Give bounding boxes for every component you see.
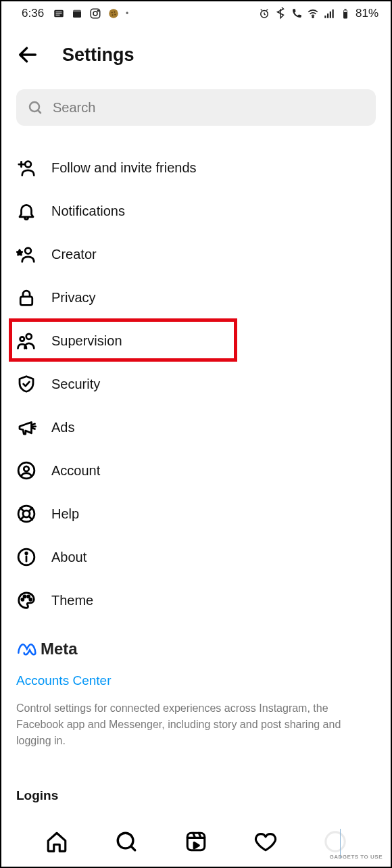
menu-label: Creator (51, 247, 97, 262)
menu-label: Help (51, 506, 79, 522)
bell-icon (16, 201, 36, 221)
svg-point-7 (112, 12, 113, 14)
watermark: GADGETS TO USE (330, 854, 383, 860)
meta-description: Control settings for connected experienc… (16, 700, 376, 749)
svg-point-5 (97, 10, 99, 11)
svg-point-22 (25, 248, 31, 254)
bluetooth-icon (274, 7, 287, 20)
svg-rect-2 (73, 10, 81, 12)
status-right: 81% (258, 7, 378, 20)
svg-point-32 (22, 598, 24, 600)
shield-icon (16, 374, 36, 394)
people-icon (16, 331, 36, 351)
menu-item-security[interactable]: Security (16, 362, 376, 406)
menu-item-ads[interactable]: Ads (16, 406, 376, 449)
svg-point-12 (312, 16, 314, 18)
svg-point-9 (112, 14, 114, 16)
svg-point-35 (30, 598, 32, 600)
lock-icon (16, 287, 36, 308)
accounts-center-link[interactable]: Accounts Center (16, 673, 376, 688)
battery-text: 81% (356, 7, 378, 20)
menu-item-theme[interactable]: Theme (16, 579, 376, 622)
svg-point-34 (28, 596, 30, 598)
menu-label: Security (51, 377, 100, 392)
svg-point-6 (109, 9, 118, 18)
status-time: 6:36 (22, 7, 44, 20)
megaphone-icon (16, 417, 36, 437)
palette-icon (16, 590, 36, 610)
menu-label: Theme (51, 593, 93, 608)
lifebuoy-icon (16, 504, 36, 524)
svg-point-31 (26, 552, 28, 554)
search-icon (27, 99, 43, 116)
svg-point-4 (93, 11, 97, 16)
nav-reels-icon[interactable] (185, 830, 207, 853)
menu-item-help[interactable]: Help (16, 492, 376, 535)
svg-rect-19 (344, 11, 347, 12)
page-title: Settings (62, 45, 134, 66)
meta-brand: Meta (41, 640, 78, 658)
alarm-icon (258, 7, 270, 20)
menu-item-about[interactable]: About (16, 535, 376, 579)
menu-item-account[interactable]: Account (16, 449, 376, 492)
svg-rect-13 (324, 16, 326, 18)
svg-rect-23 (20, 297, 32, 306)
svg-rect-16 (332, 9, 333, 18)
meta-icon (16, 642, 36, 656)
svg-point-33 (24, 596, 26, 598)
menu-label: Notifications (51, 203, 125, 219)
logins-heading: Logins (16, 788, 376, 803)
menu-item-follow-invite[interactable]: Follow and invite friends (16, 146, 376, 189)
settings-menu: Follow and invite friends Notifications … (1, 146, 391, 622)
svg-point-8 (114, 11, 116, 13)
menu-item-creator[interactable]: Creator (16, 233, 376, 276)
calendar-icon (71, 7, 83, 20)
menu-item-supervision[interactable]: Supervision (16, 319, 376, 362)
dot-icon: • (126, 9, 128, 18)
svg-rect-18 (344, 9, 346, 10)
menu-item-notifications[interactable]: Notifications (16, 189, 376, 233)
signal-icon (323, 7, 335, 20)
cookie-icon (107, 7, 120, 20)
wifi-icon (307, 7, 319, 20)
nav-search-icon[interactable] (115, 830, 138, 853)
search-bar[interactable] (16, 89, 376, 126)
info-icon (16, 547, 36, 567)
svg-point-24 (26, 334, 32, 339)
svg-point-10 (114, 14, 116, 16)
nav-home-icon[interactable] (45, 830, 68, 853)
back-arrow-icon[interactable] (16, 43, 39, 66)
star-person-icon (16, 244, 36, 264)
status-left: 6:36 • (22, 7, 128, 20)
svg-point-25 (20, 337, 24, 341)
header: Settings (1, 23, 391, 82)
menu-label: Follow and invite friends (51, 160, 197, 176)
svg-point-27 (24, 466, 29, 472)
menu-label: Supervision (51, 333, 122, 349)
svg-rect-15 (330, 11, 331, 18)
svg-point-21 (25, 162, 31, 168)
svg-point-38 (326, 832, 345, 851)
menu-item-privacy[interactable]: Privacy (16, 276, 376, 319)
battery-icon (339, 7, 351, 20)
menu-label: Privacy (51, 290, 96, 306)
search-input[interactable] (53, 100, 365, 116)
menu-label: About (51, 550, 87, 565)
call-icon (291, 7, 303, 20)
svg-rect-14 (327, 14, 328, 18)
message-icon (53, 7, 65, 20)
menu-label: Ads (51, 420, 74, 435)
status-bar: 6:36 • 81% (1, 1, 391, 23)
person-plus-icon (16, 158, 36, 178)
nav-activity-icon[interactable] (254, 830, 277, 853)
meta-logo: Meta (16, 640, 376, 658)
nav-profile-icon[interactable] (324, 830, 347, 853)
account-icon (16, 460, 36, 481)
instagram-icon (89, 7, 101, 20)
meta-section: Meta Accounts Center Control settings fo… (1, 622, 391, 803)
menu-label: Account (51, 463, 100, 479)
